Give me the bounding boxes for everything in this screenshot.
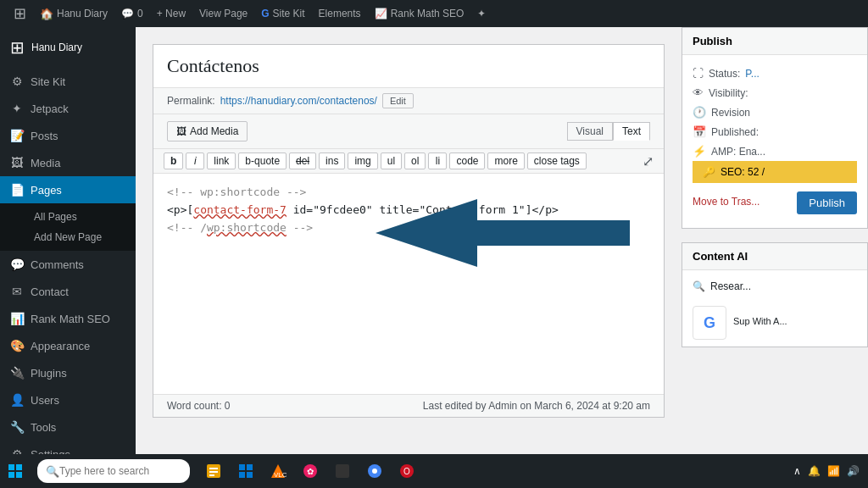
publish-button[interactable]: Publish <box>797 191 857 214</box>
plugins-icon: 🔌 <box>10 366 24 380</box>
system-tray: ∧ 🔔 📶 🔊 <box>793 465 860 477</box>
last-edited: Last edited by Admin on March 6, 2024 at… <box>423 400 650 412</box>
adminbar-sitekit[interactable]: G Site Kit <box>254 0 311 27</box>
adminbar-wp-logo[interactable]: ⊞ <box>7 0 33 27</box>
rankmath-icon: 📊 <box>10 312 24 325</box>
sidebar-item-comments[interactable]: 💬 Comments <box>0 251 136 278</box>
taskbar-vlc-icon[interactable]: VLC <box>263 456 293 486</box>
visibility-icon: 👁 <box>693 86 704 99</box>
add-media-button[interactable]: 🖼 Add Media <box>167 121 248 141</box>
svg-rect-9 <box>209 474 214 476</box>
visual-button[interactable]: Visual <box>567 122 613 141</box>
sidebar-logo: ⊞ Hanu Diary <box>0 27 136 68</box>
main-content: Permalink: https://hanudiary.com/contact… <box>136 27 682 488</box>
ul-button[interactable]: ul <box>381 152 402 169</box>
text-button[interactable]: Text <box>613 122 650 141</box>
sidebar-item-users[interactable]: 👤 Users <box>0 386 136 413</box>
status-value[interactable]: P... <box>745 68 759 80</box>
fullscreen-icon[interactable]: ⤢ <box>643 153 654 169</box>
sidebar-item-plugins[interactable]: 🔌 Plugins <box>0 359 136 386</box>
bold-button[interactable]: b <box>164 152 183 169</box>
revisions-row: 🕐 Revision <box>693 103 857 122</box>
sidebar-item-pages[interactable]: 📄 Pages <box>0 176 136 203</box>
media-icon: 🖼 <box>10 156 24 169</box>
svg-text:✿: ✿ <box>307 467 314 476</box>
windows-start-button[interactable] <box>0 456 31 486</box>
view-toggle: Visual Text <box>567 122 650 141</box>
link-button[interactable]: link <box>207 152 236 169</box>
permalink-bar: Permalink: https://hanudiary.com/contact… <box>153 88 664 114</box>
revisions-icon: 🕐 <box>693 106 706 119</box>
publish-metabox: Publish ⛶ Status: P... 👁 Visibility: 🕐 R… <box>682 27 868 229</box>
content-ai-header: Content AI <box>682 243 867 270</box>
taskbar-app5-icon[interactable]: ✿ <box>295 456 326 486</box>
amp-icon: ⚡ <box>693 145 706 158</box>
sidebar-item-rankmath[interactable]: 📊 Rank Math SEO <box>0 305 136 332</box>
italic-button[interactable]: i <box>186 152 204 169</box>
svg-rect-2 <box>8 464 14 470</box>
taskbar-chrome-icon[interactable] <box>359 456 390 486</box>
seo-key-icon: 🔑 <box>703 166 715 178</box>
img-button[interactable]: img <box>348 152 377 169</box>
sidebar: ⊞ Hanu Diary ⚙ Site Kit ✦ Jetpack 📝 Post… <box>0 27 136 488</box>
taskbar-app6-icon[interactable] <box>327 456 358 486</box>
status-icon: ⛶ <box>693 67 704 80</box>
svg-rect-12 <box>239 472 245 478</box>
admin-bar: ⊞ 🏠 Hanu Diary 💬 0 + New View Page G Sit… <box>0 0 868 27</box>
add-media-icon: 🖼 <box>176 125 186 137</box>
svg-rect-8 <box>209 471 218 473</box>
visibility-row: 👁 Visibility: <box>693 83 857 103</box>
appearance-icon: 🎨 <box>10 339 24 352</box>
users-icon: 👤 <box>10 393 24 407</box>
ol-button[interactable]: ol <box>404 152 426 169</box>
svg-rect-4 <box>8 472 14 478</box>
editor-container: Permalink: https://hanudiary.com/contact… <box>153 44 665 418</box>
taskbar-grid-icon[interactable] <box>231 456 261 486</box>
permalink-edit-button[interactable]: Edit <box>382 93 414 108</box>
pages-submenu: All Pages Add New Page <box>0 203 136 251</box>
li-button[interactable]: li <box>428 152 447 169</box>
sidebar-item-media[interactable]: 🖼 Media <box>0 149 136 176</box>
code-button[interactable]: code <box>449 152 485 169</box>
taskbar-search-box[interactable]: 🔍 <box>37 459 190 483</box>
jetpack-icon: ✦ <box>10 102 24 115</box>
research-icon: 🔍 <box>693 280 705 292</box>
sidebar-item-jetpack[interactable]: ✦ Jetpack <box>0 95 136 122</box>
sidebar-add-new-page[interactable]: Add New Page <box>24 227 136 247</box>
permalink-label: Permalink: <box>167 95 215 107</box>
adminbar-view-page[interactable]: View Page <box>192 0 254 27</box>
blockquote-button[interactable]: b-quote <box>238 152 287 169</box>
comments-icon: 💬 <box>10 258 24 271</box>
adminbar-comments[interactable]: 💬 0 <box>114 0 150 27</box>
sidebar-item-posts[interactable]: 📝 Posts <box>0 122 136 149</box>
sidebar-item-tools[interactable]: 🔧 Tools <box>0 413 136 441</box>
sup-text: Sup With A... <box>733 316 787 326</box>
sidebar-all-pages[interactable]: All Pages <box>24 207 136 227</box>
adminbar-elements[interactable]: Elements <box>312 0 368 27</box>
close-tags-button[interactable]: close tags <box>527 152 587 169</box>
editor-content-area[interactable]: <!-- wp:shortcode --> <p>[contact-form-7… <box>153 174 664 394</box>
sidebar-item-site-kit[interactable]: ⚙ Site Kit <box>0 68 136 95</box>
adminbar-rankmath[interactable]: 📈 Rank Math SEO <box>368 0 471 27</box>
taskbar-search-icon: 🔍 <box>46 465 59 478</box>
svg-rect-3 <box>16 464 22 470</box>
sidebar-item-contact[interactable]: ✉ Contact <box>0 278 136 305</box>
taskbar-opera-icon[interactable]: O <box>392 456 422 486</box>
more-button[interactable]: more <box>487 152 524 169</box>
adminbar-site-name[interactable]: 🏠 Hanu Diary <box>33 0 114 27</box>
adminbar-star[interactable]: ✦ <box>470 0 492 27</box>
adminbar-new[interactable]: + New <box>150 0 192 27</box>
taskbar-right-area: ∧ 🔔 📶 🔊 <box>793 465 868 477</box>
ins-button[interactable]: ins <box>319 152 345 169</box>
sidebar-item-appearance[interactable]: 🎨 Appearance <box>0 332 136 359</box>
move-to-trash-link[interactable]: Move to Tras... <box>693 196 760 208</box>
posts-icon: 📝 <box>10 129 24 142</box>
taskbar-search-input[interactable] <box>59 465 186 477</box>
taskbar-file-icon[interactable] <box>198 456 229 486</box>
format-bar: b i link b-quote del ins img ul ol li co… <box>153 149 664 174</box>
del-button[interactable]: del <box>289 152 316 169</box>
code-line-1: <!-- wp:shortcode --> <box>167 184 650 202</box>
svg-point-20 <box>372 469 377 474</box>
permalink-url[interactable]: https://hanudiary.com/contactenos/ <box>220 95 377 107</box>
page-title-input[interactable] <box>153 45 664 88</box>
